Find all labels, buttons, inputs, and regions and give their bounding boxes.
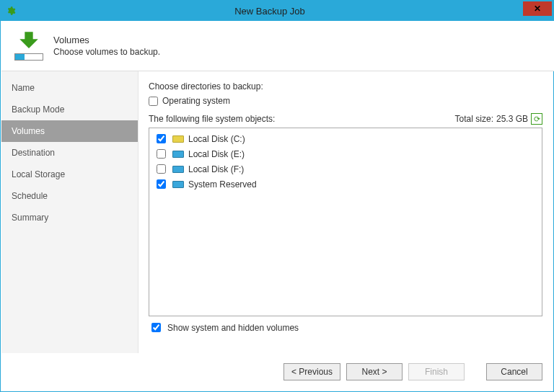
wizard-header-icon [12,29,46,63]
choose-dirs-label: Choose directories to backup: [149,81,542,92]
volume-label: System Reserved [188,179,257,190]
os-checkbox[interactable] [149,97,158,106]
download-arrow-icon [17,32,41,50]
list-header-label: The following file system objects: [149,114,275,124]
show-system-checkbox[interactable] [151,323,161,332]
previous-button[interactable]: < Previous [283,363,340,380]
wizard-step-title: Volumes [53,35,160,45]
volume-item[interactable]: System Reserved [154,177,537,192]
disk-icon [172,135,184,143]
total-size-value: 25.3 GB [496,114,528,124]
sidebar-step-backup-mode[interactable]: Backup Mode [1,99,138,120]
wizard-main: Choose directories to backup: Operating … [138,71,553,353]
cancel-button[interactable]: Cancel [486,363,542,380]
wizard-button-bar: < Previous Next > Finish Cancel [1,353,553,391]
finish-button: Finish [408,363,465,380]
os-checkbox-label: Operating system [162,96,230,106]
volumes-list: Local Disk (C:) Local Disk (E:) Local Di… [149,128,542,316]
volume-item[interactable]: Local Disk (E:) [154,146,537,161]
refresh-icon[interactable]: ⟳ [531,113,542,125]
volume-checkbox[interactable] [157,149,166,159]
next-button[interactable]: Next > [346,363,403,380]
sidebar-step-volumes[interactable]: Volumes [1,120,138,142]
os-checkbox-row[interactable]: Operating system [149,96,542,106]
sidebar-step-destination[interactable]: Destination [1,142,138,164]
titlebar: New Backup Job ✕ [1,1,553,21]
show-system-label: Show system and hidden volumes [167,323,299,333]
volume-item[interactable]: Local Disk (C:) [154,131,537,146]
progress-icon [14,53,43,61]
sidebar-step-summary[interactable]: Summary [1,207,138,228]
volume-label: Local Disk (E:) [188,149,245,159]
window-frame: New Backup Job ✕ Volumes Choose volumes … [0,0,554,392]
sidebar-step-local-storage[interactable]: Local Storage [1,164,138,185]
wizard-step-subtitle: Choose volumes to backup. [53,47,160,57]
window-title: New Backup Job [17,6,523,17]
volume-checkbox[interactable] [157,134,166,143]
total-size-label: Total size: [455,114,493,124]
sidebar-step-name[interactable]: Name [1,77,138,99]
disk-icon [172,151,184,158]
gear-icon [5,5,17,17]
close-icon: ✕ [534,4,541,14]
wizard-sidebar: Name Backup Mode Volumes Destination Loc… [1,71,138,353]
disk-icon [172,181,184,188]
volume-label: Local Disk (C:) [188,134,245,144]
show-system-row[interactable]: Show system and hidden volumes [149,321,542,334]
wizard-header: Volumes Choose volumes to backup. [1,21,554,71]
volume-checkbox[interactable] [157,179,166,189]
sidebar-step-schedule[interactable]: Schedule [1,185,138,207]
volume-label: Local Disk (F:) [188,164,244,174]
disk-icon [172,166,184,173]
volume-item[interactable]: Local Disk (F:) [154,161,537,177]
close-button[interactable]: ✕ [523,1,552,16]
volume-checkbox[interactable] [157,164,166,174]
